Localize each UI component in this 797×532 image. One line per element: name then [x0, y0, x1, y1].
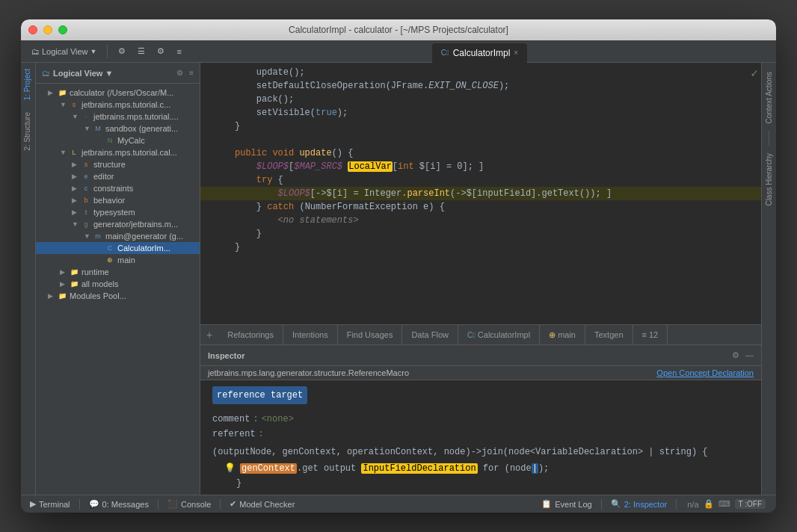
arrow-icon: ▶ — [72, 173, 81, 180]
minimize-button[interactable] — [43, 25, 52, 34]
status-right-area: n/a 🔒 ⌨ T :OFF — [683, 499, 770, 509]
left-vtab-strip: 1: Project 2: Structure — [21, 63, 36, 495]
code-lines-container: ✓ update(); setDefaultCloseOperation(JFr… — [200, 66, 761, 254]
status-model-checker[interactable]: ✔ Model Checker — [227, 499, 298, 509]
logical-view-btn[interactable]: 🗂 Logical View ▼ — [27, 46, 101, 58]
node-highlight: | — [532, 463, 538, 474]
tree-item-structure[interactable]: ▶ s structure — [36, 158, 200, 170]
main-area: 1: Project 2: Structure 🗂 Logical View ▼… — [21, 63, 776, 495]
chevron-down-icon: ▼ — [90, 48, 97, 55]
inspector-bars-btn[interactable]: — — [745, 350, 754, 360]
arrow-icon: ▼ — [72, 113, 81, 120]
tab-find-usages[interactable]: Find Usages — [338, 325, 403, 344]
inspector-code-line-1: 💡 genContext.get output InputFieldDeclar… — [224, 461, 749, 476]
code-line: $LOOP$[$MAP_SRC$ LocalVar[int $[i] = 0];… — [200, 160, 761, 173]
status-event-log[interactable]: 📋 Event Log — [538, 499, 595, 509]
tree-item-constraints[interactable]: ▶ c constraints — [36, 182, 200, 194]
close-button[interactable] — [28, 25, 37, 34]
field-val-referent: (outputNode, genContext, operationContex… — [212, 445, 708, 460]
tab-main-icon: ⊕ — [549, 330, 556, 340]
sidebar-settings-icon[interactable]: ⚙ — [176, 69, 183, 77]
toolbar-settings-btn[interactable]: ⚙ — [114, 45, 130, 58]
tree-item-calculatorimpl[interactable]: ▶ C CalculatorIm... — [36, 242, 200, 254]
inspector-header: Inspector ⚙ — — [200, 345, 761, 366]
tree-item-typesystem[interactable]: ▶ t typesystem — [36, 206, 200, 218]
inspector-code-text: genContext.get output InputFieldDeclarat… — [240, 461, 549, 476]
tab-close-btn[interactable]: × — [514, 49, 518, 57]
module-icon: s — [69, 99, 79, 110]
code-line-highlighted: $LOOP$[->$[i] = Integer.parseInt(->$[inp… — [200, 187, 761, 200]
tab-calculator-impl[interactable]: C⃝CalculatorImpl — [458, 325, 540, 344]
vtab-structure[interactable]: 2: Structure — [21, 106, 35, 157]
maximize-button[interactable] — [58, 25, 67, 34]
code-line: setVisible(true); — [200, 106, 761, 120]
titlebar: CalculatorImpl - calculator - [~/MPS Pro… — [21, 19, 776, 40]
tree-item-modules-pool[interactable]: ▶ 📁 Modules Pool... — [36, 290, 200, 302]
editor-icon: e — [81, 171, 91, 182]
tree-item-main[interactable]: ▶ ⊕ main — [36, 254, 200, 266]
main-gen-icon: m — [93, 231, 103, 241]
tab-count[interactable]: ≡ 12 — [633, 325, 668, 344]
code-line: } — [200, 120, 761, 133]
tree-item-generator[interactable]: ▼ g generator/jetbrains.m... — [36, 218, 200, 230]
inspector-toolbar: ⚙ — — [732, 350, 754, 360]
tree-item-editor[interactable]: ▶ e editor — [36, 170, 200, 182]
separator — [676, 499, 677, 510]
tree-item-mps-tutorial-2[interactable]: ▼ · jetbrains.mps.tutorial.... — [36, 111, 200, 123]
arrow-icon: ▶ — [48, 89, 57, 96]
tab-intentions[interactable]: Intentions — [283, 325, 338, 344]
runtime-folder-icon: 📁 — [69, 267, 79, 277]
inspector-icon: 🔍 — [611, 499, 621, 509]
status-console[interactable]: ⬛ Console — [164, 499, 214, 509]
inspector-panel: Inspector ⚙ — jetbrains.mps.lang.generat… — [200, 345, 761, 495]
model-icon: · — [81, 111, 91, 122]
separator — [158, 499, 159, 510]
editor-tab-calculatorimpl[interactable]: C⃝ CalculatorImpl × — [432, 43, 527, 63]
add-tab-button[interactable]: + — [200, 329, 218, 341]
tree-item-mycalc[interactable]: ▶ N MyCalc — [36, 134, 200, 146]
status-na: n/a — [687, 500, 698, 509]
checker-icon: ✔ — [230, 499, 236, 509]
tab-refactorings[interactable]: Refactorings — [218, 325, 283, 344]
separator — [79, 499, 80, 510]
field-sep: : — [253, 412, 258, 427]
status-inspector[interactable]: 🔍 2: Inspector — [608, 499, 670, 509]
open-concept-link[interactable]: Open Concept Declaration — [656, 368, 754, 377]
vtab-project[interactable]: 1: Project — [21, 63, 35, 106]
status-terminal[interactable]: ▶ Terminal — [27, 499, 73, 509]
tree-item-main-gen[interactable]: ▼ m main@generator (g... — [36, 230, 200, 242]
toolbar-bars-btn[interactable]: ≡ — [172, 46, 185, 58]
vtab-context-actions[interactable]: Context Actions — [763, 66, 775, 129]
sidebar-gear-icon[interactable]: ≡ — [189, 69, 194, 77]
tree-item-cal[interactable]: ▼ L jetbrains.mps.tutorial.cal... — [36, 146, 200, 158]
inspector-closing-brace: } — [236, 476, 241, 491]
lang-icon: L — [69, 147, 79, 158]
tree-item-mps-tutorial-1[interactable]: ▼ s jetbrains.mps.tutorial.c... — [36, 99, 200, 111]
toggle-off-badge[interactable]: T :OFF — [735, 499, 766, 509]
tree-item-runtime[interactable]: ▶ 📁 runtime — [36, 266, 200, 278]
tree-item-allmodels[interactable]: ▶ 📁 all models — [36, 278, 200, 290]
code-editor[interactable]: ✓ update(); setDefaultCloseOperation(JFr… — [200, 63, 761, 324]
tab-main[interactable]: ⊕main — [540, 325, 585, 344]
tree-item-behavior[interactable]: ▶ b behavior — [36, 194, 200, 206]
status-messages[interactable]: 💬 0: Messages — [86, 499, 152, 509]
toolbar-list-btn[interactable]: ☰ — [133, 45, 150, 58]
project-tree: ▶ 📁 calculator (/Users/Oscar/M... ▼ s je… — [36, 84, 200, 495]
vtab-class-hierarchy[interactable]: Class Hierarchy — [763, 147, 775, 212]
inspector-settings-btn[interactable]: ⚙ — [732, 350, 739, 360]
inspector-referent-field: referent : (outputNode, genContext, oper… — [212, 427, 749, 460]
arrow-icon: ▼ — [84, 232, 93, 240]
statusbar: ▶ Terminal 💬 0: Messages ⬛ Console ✔ Mod… — [21, 495, 776, 513]
code-line: public void update() { — [200, 146, 761, 160]
keyboard-icon: ⌨ — [718, 499, 730, 509]
toolbar-gear-btn[interactable]: ⚙ — [153, 45, 169, 58]
tab-textgen[interactable]: Textgen — [585, 325, 633, 344]
arrow-icon: ▶ — [60, 280, 69, 288]
modules-folder-icon: 📁 — [57, 291, 67, 301]
tab-data-flow[interactable]: Data Flow — [402, 325, 458, 344]
arrow-icon: ▶ — [60, 268, 69, 276]
tree-item-sandbox[interactable]: ▼ M sandbox (generati... — [36, 123, 200, 134]
tree-item-calculator[interactable]: ▶ 📁 calculator (/Users/Oscar/M... — [36, 87, 200, 99]
arrow-icon: ▼ — [84, 125, 93, 132]
inspector-info-bar: jetbrains.mps.lang.generator.structure.R… — [200, 366, 761, 380]
